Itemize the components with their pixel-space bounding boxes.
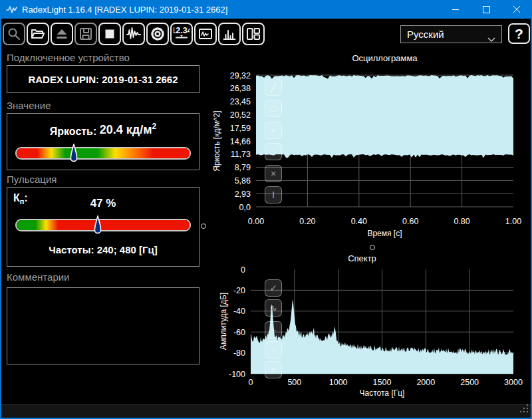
y-tick-label: 5,86 (235, 176, 251, 186)
svg-text:12.34: 12.34 (174, 26, 190, 35)
window-title: RadexLight 1.16.4 [RADEX LUPIN: 2019-01-… (22, 5, 227, 15)
brightness-readout: Яркость: 20.4 кд/м2 (7, 122, 199, 138)
spectrum-wave-button[interactable]: ∿ (265, 299, 282, 317)
oscillogram-chart: Осциллограмма Яркость [кд/м^2] 29,3226,3… (204, 52, 531, 251)
kp-value: 47 % (7, 197, 199, 210)
titlebar[interactable]: RadexLight 1.16.4 [RADEX LUPIN: 2019-01-… (0, 0, 532, 19)
y-tick-label: 2,93 (235, 190, 251, 199)
app-window: RadexLight 1.16.4 [RADEX LUPIN: 2019-01-… (0, 0, 532, 419)
oscillogram-plot[interactable]: 29,3226,3823,4520,5217,5914,6611,738,795… (204, 52, 531, 251)
settings-gear-button[interactable] (146, 23, 169, 45)
spectrum-plot[interactable]: 0-20-40-60-80-10005001000150020002500300… (204, 256, 531, 404)
waveform-window-button[interactable] (194, 23, 217, 45)
device-box: RADEX LUPIN: 2019-01-31 2662 (7, 65, 200, 93)
spectrum-zoom-in-button[interactable]: + (265, 321, 282, 339)
y-tick-label: -60 (233, 328, 245, 337)
save-button[interactable] (74, 23, 97, 45)
spectrum-title: Спектр (231, 253, 493, 263)
spectrum-zoom-out-button[interactable]: − (265, 341, 282, 358)
y-tick-label: 11,73 (231, 150, 251, 159)
x-tick-label: 0.00 (248, 217, 264, 226)
y-tick-label: -80 (233, 349, 245, 358)
zoom-button[interactable] (3, 23, 25, 45)
x-tick-label: 0.80 (454, 217, 469, 226)
y-tick-label: 8,79 (235, 163, 251, 172)
brightness-unit: кд/м (126, 123, 152, 136)
spectrum-y-axis-label: Амплитуда [дБ] (219, 268, 229, 374)
maximize-button[interactable] (471, 0, 501, 19)
app-logo-icon (6, 5, 17, 14)
comments-input[interactable] (7, 287, 200, 364)
y-tick-label: -20 (233, 286, 245, 295)
y-tick-label: 17,59 (230, 124, 251, 133)
x-tick-label: 500 (287, 378, 301, 387)
pulsation-gradient-bar (17, 220, 190, 230)
stop-button[interactable] (98, 23, 121, 45)
brightness-scale (15, 147, 191, 160)
spectrum-check-button[interactable]: ✓ (265, 279, 282, 297)
language-select-value: Русский (407, 29, 444, 40)
y-tick-label: 26,38 (230, 84, 251, 93)
pulsation-box: Кп: 47 % Частоты: 240; 480 [Гц] (7, 187, 200, 267)
x-tick-label: 0.60 (402, 217, 418, 226)
minimize-button[interactable] (440, 0, 471, 19)
device-section-header: Подключенное устройство (7, 52, 200, 63)
x-tick-label: 2500 (460, 378, 479, 387)
brightness-unit-sup: 2 (152, 122, 157, 131)
pulsation-scale (15, 219, 191, 231)
brightness-gradient-bar (17, 148, 190, 158)
x-tick-label: 3000 (504, 378, 523, 387)
spectrum-window-button[interactable] (218, 23, 241, 45)
oscillogram-waveform (256, 75, 513, 158)
comments-section-header: Комментарии (7, 271, 200, 283)
y-tick-label: -40 (233, 307, 245, 316)
oscillogram-title: Осциллограмма (256, 53, 513, 63)
x-tick-label: 1000 (329, 378, 348, 387)
value-section-header: Значение (7, 100, 200, 111)
spectrum-fit-button[interactable]: × (265, 361, 282, 378)
x-tick-label: 1.00 (505, 217, 521, 226)
x-tick-label: 0 (249, 378, 253, 387)
pulsation-marker (93, 215, 102, 239)
oscillogram-pencil-button[interactable]: ╱ (265, 78, 282, 96)
x-tick-label: 1500 (373, 378, 392, 387)
pulsation-section-header: Пульсация (7, 174, 200, 185)
oscillogram-axis-fit-button[interactable]: Ⅰ (265, 186, 282, 204)
brightness-label: Яркость: (50, 126, 97, 137)
open-file-button[interactable] (27, 23, 49, 45)
value-box: Яркость: 20.4 кд/м2 (7, 113, 200, 170)
y-tick-label: 29,32 (230, 71, 251, 80)
x-tick-label: 0.40 (351, 217, 367, 226)
oscillogram-fit-button[interactable]: × (265, 165, 282, 182)
oscillogram-zoom-out-button[interactable]: − (265, 143, 282, 160)
resize-grip-icon[interactable] (519, 404, 529, 416)
statusbar (1, 404, 531, 418)
y-tick-label: 0 (241, 265, 245, 275)
spectrum-x-axis-label: Частота [Гц] (251, 388, 513, 398)
brightness-marker (69, 144, 78, 168)
close-button[interactable] (501, 0, 532, 19)
y-tick-label: -100 (229, 370, 245, 379)
eject-button[interactable] (51, 23, 73, 45)
chevron-down-icon (487, 33, 495, 44)
oscillogram-y-axis-label: Яркость [кд/м^2] (212, 74, 223, 208)
oscillogram-button[interactable] (122, 23, 145, 45)
x-tick-label: 0.20 (299, 217, 315, 226)
help-button[interactable]: ? (508, 23, 530, 44)
language-select[interactable]: Русский (400, 25, 502, 43)
oscillogram-x-axis-label: Время [с] (256, 229, 513, 238)
y-tick-label: 20,52 (230, 110, 251, 120)
toolbar: 12.34 Русский ? (1, 19, 531, 49)
device-name: RADEX LUPIN: 2019-01-31 2662 (7, 66, 199, 92)
y-tick-label: 23,45 (230, 97, 251, 106)
y-tick-label: 14,66 (230, 137, 251, 146)
oscillogram-copy-button[interactable]: □ (265, 100, 282, 117)
frequencies-readout: Частоты: 240; 480 [Гц] (7, 244, 199, 255)
brightness-value: 20.4 (100, 123, 123, 136)
y-tick-label: 0,0 (239, 203, 251, 212)
layout-button[interactable] (242, 23, 265, 45)
numeric-display-button[interactable]: 12.34 (170, 23, 193, 45)
oscillogram-zoom-in-button[interactable]: + (265, 122, 282, 139)
x-tick-label: 2000 (416, 378, 435, 387)
spectrum-chart: Спектр Амплитуда [дБ] 0-20-40-60-80-1000… (204, 256, 531, 404)
